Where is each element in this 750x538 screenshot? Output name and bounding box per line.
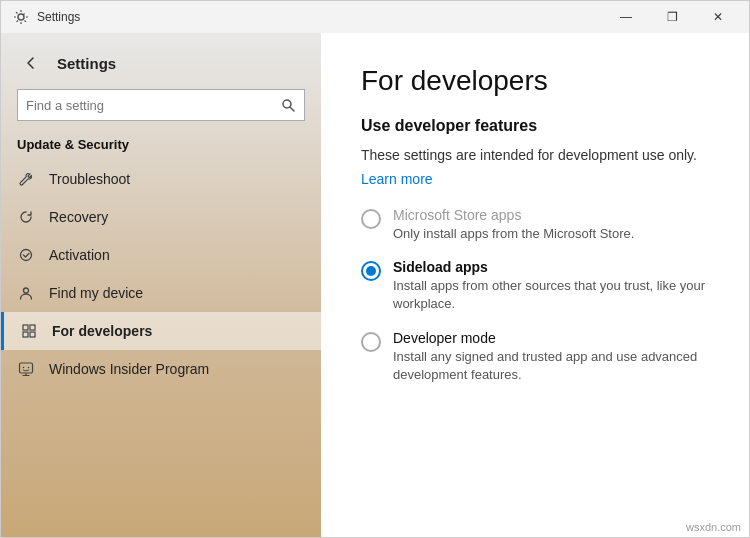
search-box[interactable] xyxy=(17,89,305,121)
sidebar-section-label: Update & Security xyxy=(1,133,321,160)
windowsinsider-svg-icon xyxy=(18,361,34,377)
radio-store-apps[interactable] xyxy=(361,209,381,229)
option-developer-mode-text: Developer mode Install any signed and tr… xyxy=(393,330,709,384)
svg-rect-6 xyxy=(30,325,35,330)
learn-more-link[interactable]: Learn more xyxy=(361,171,433,187)
sidebar-item-windowsinsider[interactable]: Windows Insider Program xyxy=(1,350,321,388)
description-text: These settings are intended for developm… xyxy=(361,145,709,166)
option-developer-mode-desc: Install any signed and trusted app and u… xyxy=(393,348,709,384)
content-area: For developers Use developer features Th… xyxy=(321,33,749,537)
minimize-button[interactable]: — xyxy=(603,1,649,33)
sidebar-item-troubleshoot[interactable]: Troubleshoot xyxy=(1,160,321,198)
activation-svg-icon xyxy=(18,247,34,263)
svg-rect-7 xyxy=(23,332,28,337)
sidebar-item-recovery[interactable]: Recovery xyxy=(1,198,321,236)
svg-point-3 xyxy=(21,250,32,261)
magnifier-icon xyxy=(281,98,295,112)
title-bar-controls: — ❐ ✕ xyxy=(603,1,741,33)
option-group: Microsoft Store apps Only install apps f… xyxy=(361,207,709,384)
sidebar-item-activation[interactable]: Activation xyxy=(1,236,321,274)
title-bar: Settings — ❐ ✕ xyxy=(1,1,749,33)
sidebar-header: Settings xyxy=(1,33,321,85)
option-store-apps: Microsoft Store apps Only install apps f… xyxy=(361,207,709,243)
page-title: For developers xyxy=(361,65,709,97)
option-sideload-label: Sideload apps xyxy=(393,259,709,275)
option-sideload-desc: Install apps from other sources that you… xyxy=(393,277,709,313)
svg-rect-9 xyxy=(20,363,33,373)
svg-point-4 xyxy=(24,288,29,293)
option-store-apps-label: Microsoft Store apps xyxy=(393,207,634,223)
back-button[interactable] xyxy=(17,49,45,77)
wrench-icon xyxy=(17,170,35,188)
radio-developer-mode[interactable] xyxy=(361,332,381,352)
sidebar-item-findmydevice[interactable]: Find my device xyxy=(1,274,321,312)
title-bar-left: Settings xyxy=(13,9,80,25)
radio-sideload-inner xyxy=(366,266,376,276)
person-icon xyxy=(17,284,35,302)
search-icon xyxy=(272,89,304,121)
option-store-apps-text: Microsoft Store apps Only install apps f… xyxy=(393,207,634,243)
sidebar-app-title: Settings xyxy=(57,55,116,72)
svg-point-12 xyxy=(23,367,25,369)
svg-rect-8 xyxy=(30,332,35,337)
settings-window: Settings — ❐ ✕ Settings xyxy=(0,0,750,538)
troubleshoot-label: Troubleshoot xyxy=(49,171,130,187)
radio-sideload[interactable] xyxy=(361,261,381,281)
grid-icon xyxy=(20,322,38,340)
findmydevice-label: Find my device xyxy=(49,285,143,301)
smiley-icon xyxy=(17,360,35,378)
settings-window-icon xyxy=(13,9,29,25)
findmydevice-svg-icon xyxy=(18,285,34,301)
fordevelopers-svg-icon xyxy=(21,323,37,339)
search-input[interactable] xyxy=(18,98,272,113)
option-developer-mode-label: Developer mode xyxy=(393,330,709,346)
option-sideload: Sideload apps Install apps from other so… xyxy=(361,259,709,313)
windowsinsider-label: Windows Insider Program xyxy=(49,361,209,377)
recovery-label: Recovery xyxy=(49,209,108,225)
fordevelopers-label: For developers xyxy=(52,323,152,339)
back-arrow-icon xyxy=(24,56,38,70)
option-sideload-text: Sideload apps Install apps from other so… xyxy=(393,259,709,313)
activation-icon xyxy=(17,246,35,264)
main-area: Settings Update & Security xyxy=(1,33,749,537)
section-title: Use developer features xyxy=(361,117,709,135)
title-bar-title: Settings xyxy=(37,10,80,24)
maximize-button[interactable]: ❐ xyxy=(649,1,695,33)
svg-point-0 xyxy=(18,14,24,20)
recovery-svg-icon xyxy=(18,209,34,225)
option-developer-mode: Developer mode Install any signed and tr… xyxy=(361,330,709,384)
option-store-apps-desc: Only install apps from the Microsoft Sto… xyxy=(393,225,634,243)
svg-rect-5 xyxy=(23,325,28,330)
watermark: wsxdn.com xyxy=(686,521,741,533)
close-button[interactable]: ✕ xyxy=(695,1,741,33)
recovery-icon xyxy=(17,208,35,226)
sidebar: Settings Update & Security xyxy=(1,33,321,537)
activation-label: Activation xyxy=(49,247,110,263)
sidebar-item-fordevelopers[interactable]: For developers xyxy=(1,312,321,350)
svg-point-13 xyxy=(28,367,30,369)
svg-line-2 xyxy=(290,107,294,111)
troubleshoot-icon xyxy=(18,171,34,187)
